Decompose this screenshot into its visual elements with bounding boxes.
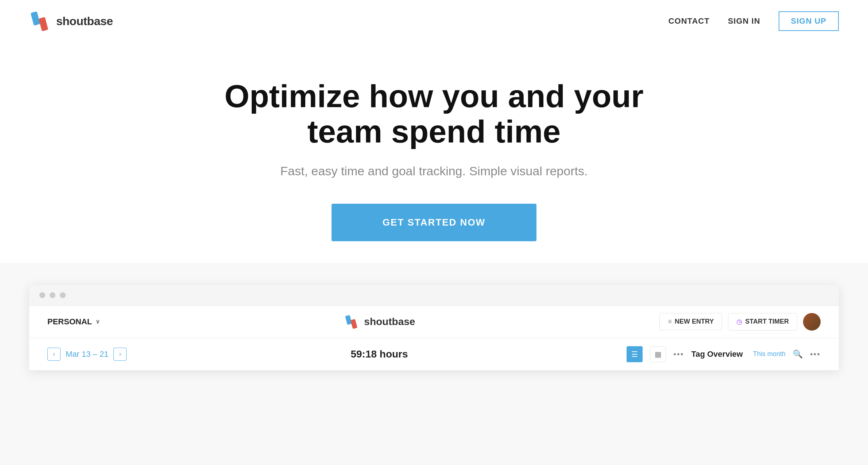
app-logo-icon: [344, 314, 360, 329]
time-bar: ‹ Mar 13 – 21 › 59:18 hours ☰ ▦ ••• Tag …: [29, 338, 839, 371]
app-header: PERSONAL ∨ shoutbase ≡ NEW ENTRY ◷: [29, 306, 839, 338]
new-entry-label: NEW ENTRY: [675, 318, 714, 325]
chevron-right-icon: ›: [119, 350, 121, 358]
navbar: shoutbase CONTACT SIGN IN SIGN UP: [0, 0, 868, 42]
nav-signin-link[interactable]: SIGN IN: [728, 16, 760, 26]
browser-window: PERSONAL ∨ shoutbase ≡ NEW ENTRY ◷: [29, 285, 839, 371]
time-bar-right-controls: ☰ ▦ ••• Tag Overview This month 🔍 •••: [602, 346, 821, 362]
new-entry-button[interactable]: ≡ NEW ENTRY: [659, 313, 722, 330]
nav-links: CONTACT SIGN IN SIGN UP: [669, 11, 839, 31]
next-period-button[interactable]: ›: [113, 348, 127, 361]
hero-title-line2: team spend time: [307, 113, 561, 149]
start-timer-button[interactable]: ◷ START TIMER: [728, 313, 797, 331]
list-view-button[interactable]: ☰: [627, 346, 643, 362]
browser-dot-yellow: [50, 292, 55, 298]
workspace-label: PERSONAL: [47, 317, 92, 327]
app-center-logo: shoutbase: [344, 314, 415, 329]
logo-text: shoutbase: [56, 15, 113, 28]
app-preview-wrapper: PERSONAL ∨ shoutbase ≡ NEW ENTRY ◷: [0, 263, 868, 371]
tag-overview-label: Tag Overview: [691, 349, 743, 359]
chevron-left-icon: ‹: [53, 350, 55, 358]
hero-section: Optimize how you and your team spend tim…: [0, 42, 868, 263]
avatar-image: [803, 313, 821, 331]
new-entry-icon: ≡: [668, 318, 672, 325]
app-logo-text: shoutbase: [364, 316, 415, 328]
nav-contact-link[interactable]: CONTACT: [669, 16, 710, 26]
hero-subtitle: Fast, easy time and goal tracking. Simpl…: [29, 164, 839, 178]
avatar[interactable]: [803, 313, 821, 331]
search-button[interactable]: 🔍: [793, 349, 803, 359]
nav-signup-button[interactable]: SIGN UP: [779, 11, 839, 31]
date-range-label: Mar 13 – 21: [66, 349, 108, 359]
logo-area: shoutbase: [29, 10, 113, 32]
time-bar-more-button[interactable]: •••: [673, 349, 684, 359]
svg-rect-0: [31, 11, 40, 26]
hero-title: Optimize how you and your team spend tim…: [215, 79, 653, 149]
total-hours-display: 59:18 hours: [157, 348, 602, 360]
prev-period-button[interactable]: ‹: [47, 348, 61, 361]
calendar-view-button[interactable]: ▦: [650, 346, 666, 362]
svg-rect-2: [345, 315, 352, 325]
date-navigation: ‹ Mar 13 – 21 ›: [47, 348, 157, 361]
hero-title-line1: Optimize how you and your: [225, 78, 644, 114]
svg-rect-3: [350, 319, 357, 329]
list-view-icon: ☰: [631, 350, 638, 359]
svg-rect-1: [39, 17, 49, 31]
tag-overview-section: Tag Overview This month: [691, 349, 785, 359]
start-timer-label: START TIMER: [745, 318, 789, 325]
shoutbase-logo-icon: [29, 10, 51, 32]
timer-icon: ◷: [736, 318, 742, 326]
browser-dot-red: [39, 292, 45, 298]
tag-timespan-label: This month: [753, 350, 786, 358]
get-started-button[interactable]: GET STARTED NOW: [332, 204, 536, 241]
browser-dot-green: [60, 292, 66, 298]
browser-chrome-bar: [29, 285, 839, 306]
tag-more-button[interactable]: •••: [810, 349, 821, 359]
calendar-view-icon: ▦: [655, 350, 662, 359]
app-header-actions: ≡ NEW ENTRY ◷ START TIMER: [659, 313, 821, 331]
search-icon: 🔍: [793, 349, 803, 359]
chevron-down-icon: ∨: [96, 318, 100, 325]
workspace-selector[interactable]: PERSONAL ∨: [47, 317, 100, 327]
